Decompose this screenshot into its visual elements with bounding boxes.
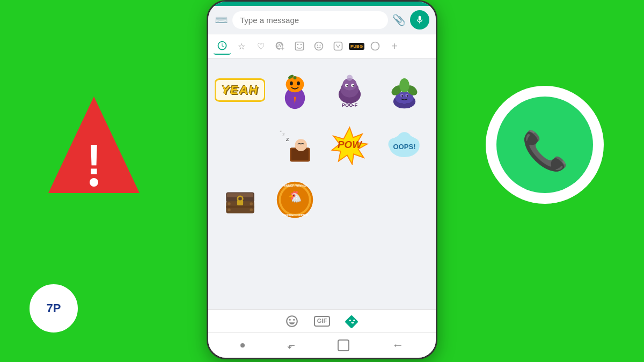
sticker-grid: YEAH <box>215 65 429 225</box>
sticker-pow[interactable]: POW <box>324 120 375 170</box>
svg-point-40 <box>401 95 403 97</box>
sticker-sleeping[interactable]: Z Z Z <box>269 120 320 170</box>
tab-sticker-2[interactable] <box>291 38 308 55</box>
emoji-icon[interactable] <box>285 314 299 328</box>
svg-text:📞: 📞 <box>522 129 569 173</box>
message-input-bar: ⌨️ 📎 <box>208 6 436 34</box>
tab-add[interactable]: + <box>386 38 403 55</box>
svg-point-64 <box>228 208 231 211</box>
tab-sticker-5[interactable] <box>367 38 384 55</box>
phone-nav-bar: ⬐ ← <box>208 333 436 358</box>
svg-point-44 <box>295 139 307 151</box>
tab-sticker-1[interactable] <box>272 38 289 55</box>
tab-sticker-3[interactable] <box>310 38 327 55</box>
svg-text:OOPS!: OOPS! <box>393 143 415 151</box>
svg-text:!: ! <box>87 136 101 183</box>
attach-icon[interactable]: 📎 <box>392 13 406 26</box>
tab-sticker-4[interactable] <box>330 38 347 55</box>
svg-point-62 <box>228 202 231 205</box>
sticker-area: YEAH <box>208 58 436 309</box>
sticker-category-tabs: ☆ ♡ <box>208 34 436 58</box>
sticker-oops[interactable]: OOPS! <box>379 120 429 170</box>
nav-dot <box>240 343 245 348</box>
sticker-icon[interactable] <box>345 314 359 328</box>
svg-point-7 <box>297 44 299 46</box>
gif-button[interactable]: GIF <box>314 316 330 326</box>
sticker-empty <box>215 120 265 170</box>
techpp-logo: 7P <box>30 284 78 333</box>
svg-rect-13 <box>371 42 379 50</box>
svg-point-10 <box>317 45 318 46</box>
keyboard-icon[interactable]: ⌨️ <box>215 13 228 26</box>
svg-rect-20 <box>293 76 296 79</box>
message-input[interactable] <box>232 11 388 29</box>
svg-point-41 <box>406 95 408 97</box>
svg-point-8 <box>301 44 302 46</box>
svg-rect-61 <box>226 205 254 208</box>
svg-text:Z: Z <box>282 132 285 137</box>
tab-heart[interactable]: ♡ <box>252 38 269 55</box>
sticker-pumpkin[interactable] <box>269 65 320 115</box>
svg-text:WINNER WINNER: WINNER WINNER <box>282 184 307 187</box>
sticker-poo[interactable]: POO-F <box>324 65 375 115</box>
sticker-chest[interactable] <box>215 174 265 225</box>
nav-home-icon[interactable] <box>338 339 349 351</box>
svg-point-65 <box>250 208 253 211</box>
svg-point-27 <box>346 85 348 86</box>
mic-button[interactable] <box>410 10 429 29</box>
warning-triangle-icon: ! <box>32 86 156 198</box>
tab-pubg[interactable]: PUBG <box>349 43 364 50</box>
svg-text:🐔: 🐔 <box>288 190 302 204</box>
nav-recents-icon[interactable]: ⬐ <box>287 339 295 351</box>
tab-favorites[interactable]: ☆ <box>233 38 250 55</box>
svg-point-19 <box>297 81 300 85</box>
svg-point-28 <box>352 85 354 86</box>
svg-text:CHICKEN DINNER: CHICKEN DINNER <box>282 213 308 216</box>
svg-point-63 <box>250 202 253 205</box>
whatsapp-logo: 📞 <box>483 83 606 206</box>
tab-recent[interactable] <box>214 38 231 55</box>
svg-text:POW: POW <box>338 139 363 150</box>
svg-point-37 <box>399 78 409 92</box>
svg-text:POO-F: POO-F <box>341 102 357 107</box>
phone-status-bar <box>208 2 436 6</box>
phone-frame: ⌨️ 📎 ☆ ♡ <box>207 0 437 359</box>
sticker-winner[interactable]: 🐔 WINNER WINNER CHICKEN DINNER <box>269 174 320 225</box>
svg-rect-34 <box>405 102 410 107</box>
nav-back-icon[interactable]: ← <box>392 338 404 352</box>
svg-text:Z: Z <box>286 137 289 142</box>
sticker-yeah[interactable]: YEAH <box>215 65 265 115</box>
bottom-icon-bar: GIF <box>208 309 436 333</box>
svg-point-11 <box>320 45 321 46</box>
svg-text:Z: Z <box>280 129 282 132</box>
svg-rect-6 <box>296 42 304 50</box>
svg-rect-9 <box>315 42 323 50</box>
sticker-plant[interactable] <box>379 65 429 115</box>
svg-point-29 <box>346 75 352 80</box>
svg-rect-12 <box>334 42 342 50</box>
svg-point-2 <box>90 178 98 187</box>
svg-rect-33 <box>398 102 403 107</box>
svg-point-18 <box>290 81 293 85</box>
